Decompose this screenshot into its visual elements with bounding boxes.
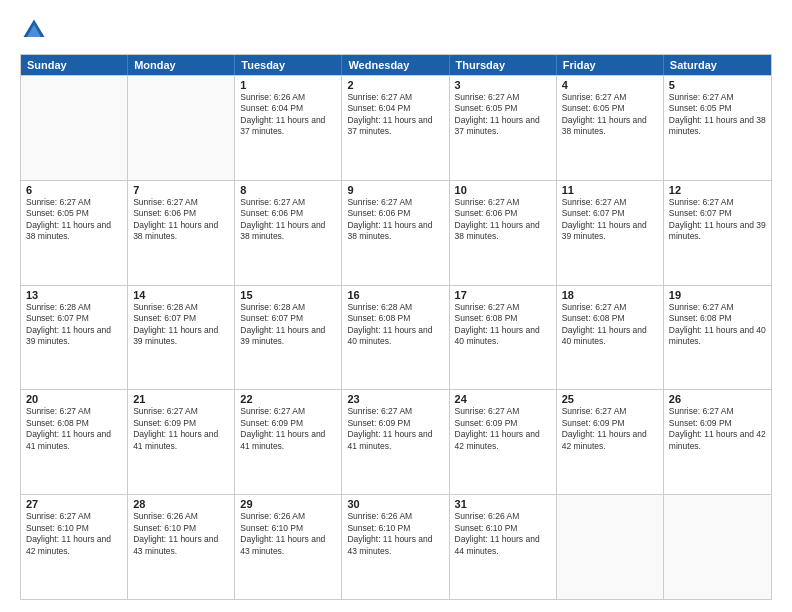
cell-text: Sunrise: 6:26 AM Sunset: 6:04 PM Dayligh…: [240, 92, 336, 138]
calendar-cell: 16Sunrise: 6:28 AM Sunset: 6:08 PM Dayli…: [342, 286, 449, 390]
calendar-cell: 20Sunrise: 6:27 AM Sunset: 6:08 PM Dayli…: [21, 390, 128, 494]
calendar: SundayMondayTuesdayWednesdayThursdayFrid…: [20, 54, 772, 600]
day-number: 2: [347, 79, 443, 91]
calendar-week-row: 20Sunrise: 6:27 AM Sunset: 6:08 PM Dayli…: [21, 389, 771, 494]
day-number: 5: [669, 79, 766, 91]
calendar-cell: 6Sunrise: 6:27 AM Sunset: 6:05 PM Daylig…: [21, 181, 128, 285]
day-number: 12: [669, 184, 766, 196]
calendar-cell: 27Sunrise: 6:27 AM Sunset: 6:10 PM Dayli…: [21, 495, 128, 599]
cell-text: Sunrise: 6:27 AM Sunset: 6:08 PM Dayligh…: [669, 302, 766, 348]
day-header: Wednesday: [342, 55, 449, 75]
cell-text: Sunrise: 6:27 AM Sunset: 6:06 PM Dayligh…: [347, 197, 443, 243]
cell-text: Sunrise: 6:27 AM Sunset: 6:09 PM Dayligh…: [669, 406, 766, 452]
day-number: 11: [562, 184, 658, 196]
day-number: 18: [562, 289, 658, 301]
cell-text: Sunrise: 6:27 AM Sunset: 6:09 PM Dayligh…: [133, 406, 229, 452]
calendar-cell: 9Sunrise: 6:27 AM Sunset: 6:06 PM Daylig…: [342, 181, 449, 285]
day-number: 26: [669, 393, 766, 405]
day-header: Tuesday: [235, 55, 342, 75]
logo-icon: [20, 16, 48, 44]
calendar-cell: 8Sunrise: 6:27 AM Sunset: 6:06 PM Daylig…: [235, 181, 342, 285]
day-header: Saturday: [664, 55, 771, 75]
cell-text: Sunrise: 6:27 AM Sunset: 6:10 PM Dayligh…: [26, 511, 122, 557]
calendar-cell: 24Sunrise: 6:27 AM Sunset: 6:09 PM Dayli…: [450, 390, 557, 494]
calendar-body: 1Sunrise: 6:26 AM Sunset: 6:04 PM Daylig…: [21, 75, 771, 599]
calendar-cell: 11Sunrise: 6:27 AM Sunset: 6:07 PM Dayli…: [557, 181, 664, 285]
cell-text: Sunrise: 6:27 AM Sunset: 6:08 PM Dayligh…: [562, 302, 658, 348]
calendar-cell: 12Sunrise: 6:27 AM Sunset: 6:07 PM Dayli…: [664, 181, 771, 285]
cell-text: Sunrise: 6:27 AM Sunset: 6:05 PM Dayligh…: [455, 92, 551, 138]
calendar-cell: 7Sunrise: 6:27 AM Sunset: 6:06 PM Daylig…: [128, 181, 235, 285]
calendar-header: SundayMondayTuesdayWednesdayThursdayFrid…: [21, 55, 771, 75]
calendar-cell: [557, 495, 664, 599]
calendar-cell: 30Sunrise: 6:26 AM Sunset: 6:10 PM Dayli…: [342, 495, 449, 599]
cell-text: Sunrise: 6:27 AM Sunset: 6:06 PM Dayligh…: [455, 197, 551, 243]
day-header: Thursday: [450, 55, 557, 75]
cell-text: Sunrise: 6:27 AM Sunset: 6:04 PM Dayligh…: [347, 92, 443, 138]
day-number: 1: [240, 79, 336, 91]
day-number: 17: [455, 289, 551, 301]
calendar-cell: 4Sunrise: 6:27 AM Sunset: 6:05 PM Daylig…: [557, 76, 664, 180]
calendar-cell: [21, 76, 128, 180]
day-number: 19: [669, 289, 766, 301]
calendar-cell: 25Sunrise: 6:27 AM Sunset: 6:09 PM Dayli…: [557, 390, 664, 494]
calendar-cell: 31Sunrise: 6:26 AM Sunset: 6:10 PM Dayli…: [450, 495, 557, 599]
day-number: 8: [240, 184, 336, 196]
calendar-cell: 1Sunrise: 6:26 AM Sunset: 6:04 PM Daylig…: [235, 76, 342, 180]
calendar-cell: 23Sunrise: 6:27 AM Sunset: 6:09 PM Dayli…: [342, 390, 449, 494]
cell-text: Sunrise: 6:27 AM Sunset: 6:05 PM Dayligh…: [26, 197, 122, 243]
calendar-week-row: 13Sunrise: 6:28 AM Sunset: 6:07 PM Dayli…: [21, 285, 771, 390]
day-header: Monday: [128, 55, 235, 75]
day-number: 27: [26, 498, 122, 510]
day-number: 7: [133, 184, 229, 196]
day-number: 6: [26, 184, 122, 196]
calendar-cell: 13Sunrise: 6:28 AM Sunset: 6:07 PM Dayli…: [21, 286, 128, 390]
calendar-cell: 28Sunrise: 6:26 AM Sunset: 6:10 PM Dayli…: [128, 495, 235, 599]
cell-text: Sunrise: 6:27 AM Sunset: 6:09 PM Dayligh…: [455, 406, 551, 452]
cell-text: Sunrise: 6:27 AM Sunset: 6:09 PM Dayligh…: [240, 406, 336, 452]
cell-text: Sunrise: 6:26 AM Sunset: 6:10 PM Dayligh…: [347, 511, 443, 557]
cell-text: Sunrise: 6:27 AM Sunset: 6:08 PM Dayligh…: [26, 406, 122, 452]
cell-text: Sunrise: 6:28 AM Sunset: 6:07 PM Dayligh…: [240, 302, 336, 348]
day-number: 14: [133, 289, 229, 301]
cell-text: Sunrise: 6:27 AM Sunset: 6:07 PM Dayligh…: [669, 197, 766, 243]
calendar-cell: [128, 76, 235, 180]
calendar-week-row: 6Sunrise: 6:27 AM Sunset: 6:05 PM Daylig…: [21, 180, 771, 285]
cell-text: Sunrise: 6:27 AM Sunset: 6:06 PM Dayligh…: [240, 197, 336, 243]
day-number: 29: [240, 498, 336, 510]
calendar-cell: 17Sunrise: 6:27 AM Sunset: 6:08 PM Dayli…: [450, 286, 557, 390]
cell-text: Sunrise: 6:27 AM Sunset: 6:09 PM Dayligh…: [347, 406, 443, 452]
day-number: 9: [347, 184, 443, 196]
calendar-cell: 15Sunrise: 6:28 AM Sunset: 6:07 PM Dayli…: [235, 286, 342, 390]
calendar-cell: 10Sunrise: 6:27 AM Sunset: 6:06 PM Dayli…: [450, 181, 557, 285]
day-number: 22: [240, 393, 336, 405]
calendar-cell: 21Sunrise: 6:27 AM Sunset: 6:09 PM Dayli…: [128, 390, 235, 494]
day-number: 15: [240, 289, 336, 301]
cell-text: Sunrise: 6:27 AM Sunset: 6:05 PM Dayligh…: [562, 92, 658, 138]
day-number: 4: [562, 79, 658, 91]
calendar-cell: 14Sunrise: 6:28 AM Sunset: 6:07 PM Dayli…: [128, 286, 235, 390]
calendar-cell: 26Sunrise: 6:27 AM Sunset: 6:09 PM Dayli…: [664, 390, 771, 494]
cell-text: Sunrise: 6:28 AM Sunset: 6:07 PM Dayligh…: [133, 302, 229, 348]
cell-text: Sunrise: 6:27 AM Sunset: 6:05 PM Dayligh…: [669, 92, 766, 138]
calendar-cell: 19Sunrise: 6:27 AM Sunset: 6:08 PM Dayli…: [664, 286, 771, 390]
cell-text: Sunrise: 6:26 AM Sunset: 6:10 PM Dayligh…: [240, 511, 336, 557]
cell-text: Sunrise: 6:27 AM Sunset: 6:07 PM Dayligh…: [562, 197, 658, 243]
day-number: 30: [347, 498, 443, 510]
day-number: 3: [455, 79, 551, 91]
calendar-cell: 2Sunrise: 6:27 AM Sunset: 6:04 PM Daylig…: [342, 76, 449, 180]
logo: [20, 16, 52, 44]
day-number: 23: [347, 393, 443, 405]
day-number: 31: [455, 498, 551, 510]
day-number: 24: [455, 393, 551, 405]
day-number: 20: [26, 393, 122, 405]
page: SundayMondayTuesdayWednesdayThursdayFrid…: [0, 0, 792, 612]
day-header: Sunday: [21, 55, 128, 75]
day-number: 13: [26, 289, 122, 301]
cell-text: Sunrise: 6:26 AM Sunset: 6:10 PM Dayligh…: [133, 511, 229, 557]
day-number: 16: [347, 289, 443, 301]
day-number: 10: [455, 184, 551, 196]
calendar-cell: 22Sunrise: 6:27 AM Sunset: 6:09 PM Dayli…: [235, 390, 342, 494]
day-number: 21: [133, 393, 229, 405]
calendar-cell: [664, 495, 771, 599]
